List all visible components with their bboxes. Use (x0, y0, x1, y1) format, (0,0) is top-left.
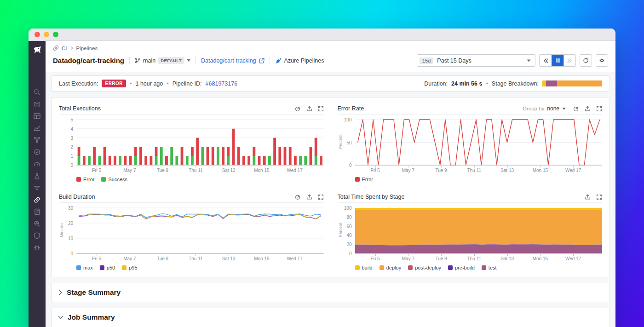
pipeline-id-label: Pipeline ID: (172, 80, 202, 87)
stage-breakdown-bar[interactable] (542, 80, 602, 86)
fullscreen-icon[interactable] (318, 194, 324, 200)
breakdown-segment-build (542, 80, 546, 86)
legend-item-pre-build[interactable]: pre-build (448, 265, 475, 270)
rum-icon[interactable] (33, 220, 41, 228)
chart-legend: Error (338, 174, 603, 187)
legend-item-deploy[interactable]: deploy (380, 265, 401, 270)
datadog-logo-icon[interactable] (32, 45, 42, 55)
watchdog-icon[interactable] (33, 100, 41, 108)
legend-item-p50[interactable]: p50 (100, 265, 115, 270)
stage-summary-section[interactable]: Stage Summary (51, 283, 610, 302)
legend-item-max[interactable]: max (76, 265, 93, 270)
fullscreen-icon[interactable] (596, 194, 602, 200)
legend-label: deploy (386, 265, 401, 270)
export-icon[interactable] (585, 106, 591, 112)
group-by-value: none (547, 105, 559, 112)
repository-link-label: Datadog/cart-tracking (201, 57, 256, 64)
chart-legend: ErrorSuccess (59, 174, 324, 187)
export-icon[interactable] (306, 194, 312, 200)
close-window-button[interactable] (34, 32, 40, 37)
repository-link[interactable]: Datadog/cart-tracking (201, 57, 264, 64)
chevron-right-icon (70, 46, 74, 50)
plot-area[interactable] (355, 207, 603, 254)
section-title: Stage Summary (67, 288, 121, 297)
sidebar-nav (29, 41, 46, 327)
legend-label: Success (108, 177, 127, 182)
time-range-select[interactable]: 15d Past 15 Days (417, 54, 535, 67)
legend-label: p50 (107, 265, 115, 270)
time-forward-button[interactable] (564, 55, 575, 66)
zoom-window-button[interactable] (53, 32, 58, 37)
azure-pipelines-icon (275, 57, 282, 64)
legend-item-post-deploy[interactable]: post-deploy (408, 265, 441, 270)
legend-label: max (83, 265, 93, 270)
related-graphs-icon[interactable] (573, 106, 579, 112)
pipeline-id-link[interactable]: #681973176 (206, 80, 238, 87)
legend-item-Error[interactable]: Error (355, 177, 373, 182)
duration-value: 24 min 56 s (451, 80, 482, 87)
y-axis: 012345 (64, 118, 76, 166)
chart-build-duration: Build Duration Minutes 0102030 (59, 191, 324, 275)
legend-item-Error[interactable]: Error (76, 177, 94, 182)
related-graphs-icon[interactable] (295, 194, 301, 200)
legend-item-build[interactable]: build (355, 265, 373, 270)
legend-item-p95[interactable]: p95 (122, 265, 137, 270)
fullscreen-icon[interactable] (596, 106, 602, 112)
search-icon[interactable] (33, 88, 41, 96)
time-toolbar: 15d Past 15 Days (417, 54, 608, 67)
legend-label: build (362, 265, 373, 270)
breadcrumb-page[interactable]: Pipelines (76, 46, 98, 51)
plot-area[interactable] (76, 207, 324, 254)
status-badge: ERROR (102, 80, 126, 87)
plot-area[interactable] (355, 118, 603, 166)
link-icon (53, 45, 59, 51)
plot-area[interactable] (76, 118, 324, 166)
legend-label: Error (362, 177, 373, 182)
page-header: CI Pipelines Datadog/cart-tracking main … (46, 41, 615, 72)
minimize-window-button[interactable] (44, 32, 49, 37)
related-graphs-icon[interactable] (295, 106, 301, 112)
security-icon[interactable] (33, 232, 41, 240)
metrics-icon[interactable] (33, 124, 41, 132)
legend-item-Success[interactable]: Success (101, 177, 127, 182)
window-titlebar (29, 29, 615, 41)
fullscreen-icon[interactable] (318, 106, 324, 112)
breadcrumb: CI Pipelines (53, 45, 608, 51)
breadcrumb-section[interactable]: CI (62, 46, 67, 51)
branch-name: main (143, 57, 155, 64)
breakdown-segment-deploy (557, 80, 602, 86)
synthetics-icon[interactable] (33, 172, 41, 180)
y-axis: 0102030 (64, 207, 76, 254)
log-pipelines-icon[interactable] (33, 184, 41, 192)
y-axis: 020406080100 (343, 207, 355, 254)
ci-pipelines-icon[interactable] (33, 196, 41, 204)
legend-swatch (355, 265, 360, 270)
dashboards-icon[interactable] (33, 112, 41, 120)
y-axis: 050100 (343, 118, 355, 166)
service-map-icon[interactable] (33, 136, 41, 144)
group-by-select[interactable]: Group by none (523, 105, 566, 112)
monitors-icon[interactable] (33, 148, 41, 156)
chart-total-executions: Total Executions 012345 (59, 103, 324, 187)
external-link-icon (259, 58, 264, 63)
legend-label: p95 (129, 265, 137, 270)
chart-title: Build Duration (59, 194, 95, 200)
job-summary-header[interactable]: Job Summary (58, 313, 603, 321)
chevron-down-icon (527, 59, 531, 62)
notebooks-icon[interactable] (33, 208, 41, 216)
chart-title: Total Executions (59, 105, 101, 112)
chart-legend: maxp50p95 (59, 262, 324, 275)
chevron-down-icon (187, 59, 190, 62)
apm-icon[interactable] (33, 160, 41, 168)
export-icon[interactable] (585, 194, 591, 200)
settings-icon[interactable] (33, 244, 41, 252)
app-window: CI Pipelines Datadog/cart-tracking main … (29, 29, 615, 327)
pause-live-button[interactable] (552, 55, 564, 66)
branch-selector[interactable]: main DEFAULT (135, 57, 190, 64)
refresh-button[interactable] (580, 54, 592, 67)
legend-swatch (122, 265, 126, 270)
legend-item-test[interactable]: test (482, 265, 497, 270)
settings-gear-button[interactable] (596, 54, 608, 67)
export-icon[interactable] (306, 106, 312, 112)
time-backward-button[interactable] (540, 55, 552, 66)
